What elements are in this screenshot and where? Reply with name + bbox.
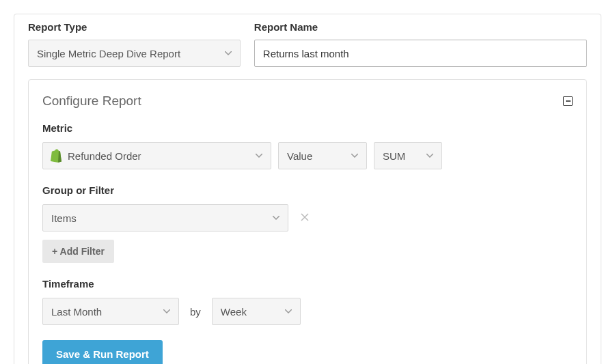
group-section: Group or Filter Items + Add Filter: [42, 184, 573, 263]
collapse-button[interactable]: [563, 96, 573, 106]
chevron-down-icon: [426, 154, 433, 158]
report-type-select[interactable]: Single Metric Deep Dive Report: [28, 40, 241, 67]
report-name-label: Report Name: [254, 21, 587, 33]
report-name-field: Report Name: [254, 21, 587, 67]
chevron-down-icon: [225, 51, 232, 55]
timeframe-row: Last Month by Week: [42, 298, 573, 325]
close-icon: [301, 213, 309, 221]
by-label: by: [190, 306, 201, 318]
chevron-down-icon: [256, 154, 262, 158]
timeframe-label: Timeframe: [42, 278, 573, 290]
value-type-select[interactable]: Value: [278, 142, 367, 169]
chevron-down-icon: [273, 216, 279, 220]
metric-select[interactable]: Refunded Order: [42, 142, 271, 169]
minus-icon: [566, 100, 571, 102]
save-run-button[interactable]: Save & Run Report: [42, 340, 163, 364]
add-filter-button[interactable]: + Add Filter: [42, 240, 114, 263]
report-type-label: Report Type: [28, 21, 241, 33]
shopify-icon: [50, 149, 62, 163]
timeframe-select[interactable]: Last Month: [42, 298, 179, 325]
top-row: Report Type Single Metric Deep Dive Repo…: [28, 21, 587, 67]
metric-section: Metric Refunded Order Value: [42, 122, 573, 169]
value-type-value: Value: [287, 150, 312, 162]
metric-row: Refunded Order Value SUM: [42, 142, 573, 169]
metric-label: Metric: [42, 122, 573, 134]
group-row: Items: [42, 204, 573, 232]
interval-value: Week: [221, 306, 247, 318]
group-label: Group or Filter: [42, 184, 573, 196]
aggregate-select[interactable]: SUM: [374, 142, 442, 169]
report-type-value: Single Metric Deep Dive Report: [37, 48, 180, 59]
configure-panel: Configure Report Metric Refunded Order: [28, 79, 587, 364]
metric-value: Refunded Order: [68, 150, 141, 162]
panel-header: Configure Report: [42, 94, 573, 109]
group-value: Items: [51, 212, 77, 224]
panel-title: Configure Report: [42, 94, 141, 109]
chevron-down-icon: [351, 154, 358, 158]
remove-filter-button[interactable]: [301, 212, 309, 223]
chevron-down-icon: [163, 309, 170, 313]
aggregate-value: SUM: [383, 150, 405, 162]
chevron-down-icon: [285, 309, 292, 313]
timeframe-section: Timeframe Last Month by Week: [42, 278, 573, 325]
timeframe-value: Last Month: [51, 306, 102, 318]
report-card: Report Type Single Metric Deep Dive Repo…: [14, 14, 601, 364]
group-select[interactable]: Items: [42, 204, 288, 232]
report-name-input[interactable]: [254, 40, 587, 67]
interval-select[interactable]: Week: [212, 298, 301, 325]
report-type-field: Report Type Single Metric Deep Dive Repo…: [28, 21, 241, 67]
